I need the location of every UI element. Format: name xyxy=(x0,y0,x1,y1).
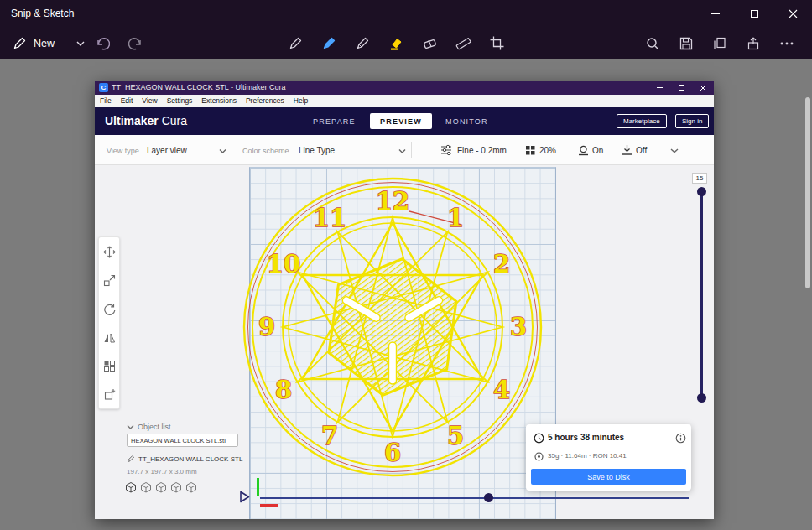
outer-wall-path-marker xyxy=(260,504,278,507)
menu-settings[interactable]: Settings xyxy=(167,96,193,105)
zoom-icon[interactable] xyxy=(636,28,669,59)
cura-menubar: File Edit View Settings Extensions Prefe… xyxy=(95,95,714,107)
undo-button[interactable] xyxy=(86,28,119,59)
cura-close-button[interactable] xyxy=(692,81,714,95)
object-list-item[interactable]: HEXAGON WALL CLOCK STL.stl xyxy=(127,434,238,447)
menu-view[interactable]: View xyxy=(142,96,157,105)
color-scheme-dropdown[interactable]: Line Type xyxy=(299,146,335,155)
layer-slider-lower-handle[interactable] xyxy=(697,393,706,403)
view-front-icon[interactable] xyxy=(140,481,152,493)
play-button[interactable] xyxy=(239,491,250,503)
scale-tool[interactable] xyxy=(99,266,119,294)
marketplace-button[interactable]: Marketplace xyxy=(617,114,667,128)
material-estimate: 35g · 11.64m · RON 10.41 xyxy=(548,452,627,460)
copy-icon[interactable] xyxy=(703,28,737,59)
svg-text:4: 4 xyxy=(493,376,510,404)
support-blocker-tool[interactable] xyxy=(99,380,119,408)
info-icon[interactable] xyxy=(675,433,686,444)
simulation-slider-track[interactable] xyxy=(260,497,689,499)
crop-tool[interactable] xyxy=(480,28,513,59)
svg-text:5: 5 xyxy=(447,422,464,450)
support-value[interactable]: Off xyxy=(636,146,647,155)
svg-text:6: 6 xyxy=(384,439,401,467)
move-tool[interactable] xyxy=(99,237,119,266)
model-name-row[interactable]: TT_HEXAGON WALL CLOCK STL xyxy=(127,455,242,463)
snip-right-tools xyxy=(636,28,804,59)
ruler-tool[interactable] xyxy=(446,28,480,59)
cura-3d-viewport[interactable]: 12 1 2 3 4 5 6 7 8 9 10 11 15 xyxy=(95,165,714,519)
tab-monitor[interactable]: MONITOR xyxy=(445,117,488,126)
per-model-settings-tool[interactable] xyxy=(99,351,119,380)
layer-slider-track[interactable] xyxy=(700,189,703,400)
simulation-slider-handle[interactable] xyxy=(484,493,493,502)
touch-writing-tool[interactable] xyxy=(278,28,312,59)
maximize-button[interactable] xyxy=(735,0,773,28)
svg-text:7: 7 xyxy=(321,422,338,450)
mirror-tool[interactable] xyxy=(99,323,119,351)
save-icon[interactable] xyxy=(669,28,703,59)
rotate-tool[interactable] xyxy=(99,294,119,323)
redo-button[interactable] xyxy=(119,28,153,59)
svg-text:3: 3 xyxy=(510,313,527,341)
cura-window-controls xyxy=(648,81,714,95)
view-right-icon[interactable] xyxy=(185,481,197,493)
close-button[interactable] xyxy=(773,0,812,28)
minimize-button[interactable] xyxy=(696,0,735,28)
canvas-scrollbar[interactable] xyxy=(805,97,810,288)
rename-pencil-icon xyxy=(127,455,135,463)
view-type-label: View type xyxy=(107,147,139,155)
adhesion-icon xyxy=(578,145,589,156)
color-scheme-chevron-icon[interactable] xyxy=(398,148,406,154)
infill-value[interactable]: 20% xyxy=(539,146,556,155)
profile-value[interactable]: Fine - 0.2mm xyxy=(457,146,507,155)
tab-prepare[interactable]: PREPARE xyxy=(313,117,356,126)
snip-toolbar: New xyxy=(0,28,812,59)
camera-view-buttons xyxy=(125,481,197,493)
layer-number-field[interactable]: 15 xyxy=(692,173,707,184)
support-icon xyxy=(622,144,632,156)
clock-center-hexagon xyxy=(324,251,461,403)
cura-maximize-button[interactable] xyxy=(670,81,692,95)
new-snip-button[interactable]: New xyxy=(7,28,60,59)
svg-text:2: 2 xyxy=(493,250,510,278)
share-icon[interactable] xyxy=(737,28,770,59)
layer-slider-upper-handle[interactable] xyxy=(697,187,706,196)
object-list-label: Object list xyxy=(138,423,171,431)
tab-preview[interactable]: PREVIEW xyxy=(370,113,432,129)
highlighter-tool[interactable] xyxy=(379,28,413,59)
print-time-estimate: 5 hours 38 minutes xyxy=(548,433,624,442)
view-3d-icon[interactable] xyxy=(125,481,137,493)
print-settings-chevron-icon[interactable] xyxy=(670,148,679,154)
view-left-icon[interactable] xyxy=(170,481,182,493)
print-estimate-card: 5 hours 38 minutes 35g · 11.64m · RON 10… xyxy=(526,424,691,491)
view-top-icon[interactable] xyxy=(155,481,167,493)
object-list-toggle[interactable]: Object list xyxy=(127,423,171,431)
material-spool-icon xyxy=(534,452,544,461)
cura-view-settings-bar: View type Layer view Color scheme Line T… xyxy=(95,135,714,165)
view-type-dropdown[interactable]: Layer view xyxy=(147,146,187,155)
new-snip-icon xyxy=(12,35,28,51)
sign-in-button[interactable]: Sign in xyxy=(675,114,709,128)
snip-window-controls xyxy=(696,0,812,28)
time-icon xyxy=(534,433,544,444)
save-to-disk-button[interactable]: Save to Disk xyxy=(531,469,686,485)
adhesion-value[interactable]: On xyxy=(592,146,603,155)
svg-text:8: 8 xyxy=(275,376,292,404)
eraser-tool[interactable] xyxy=(413,28,446,59)
menu-file[interactable]: File xyxy=(100,96,112,105)
menu-extensions[interactable]: Extensions xyxy=(201,96,237,105)
cura-minimize-button[interactable] xyxy=(648,81,670,95)
svg-text:1: 1 xyxy=(447,204,464,232)
pencil-tool[interactable] xyxy=(346,28,379,59)
svg-text:10: 10 xyxy=(267,250,300,278)
view-type-chevron-icon[interactable] xyxy=(219,148,226,154)
more-options-icon[interactable] xyxy=(770,28,804,59)
svg-text:11: 11 xyxy=(313,204,346,232)
ballpoint-pen-tool[interactable] xyxy=(312,28,346,59)
model-name-label: TT_HEXAGON WALL CLOCK STL xyxy=(138,455,242,463)
menu-help[interactable]: Help xyxy=(294,96,308,105)
cura-header: Ultimaker Cura PREPARE PREVIEW MONITOR M… xyxy=(95,107,714,135)
clock-model-preview[interactable]: 12 1 2 3 4 5 6 7 8 9 10 11 xyxy=(242,176,544,478)
menu-preferences[interactable]: Preferences xyxy=(246,96,284,105)
menu-edit[interactable]: Edit xyxy=(121,96,133,105)
